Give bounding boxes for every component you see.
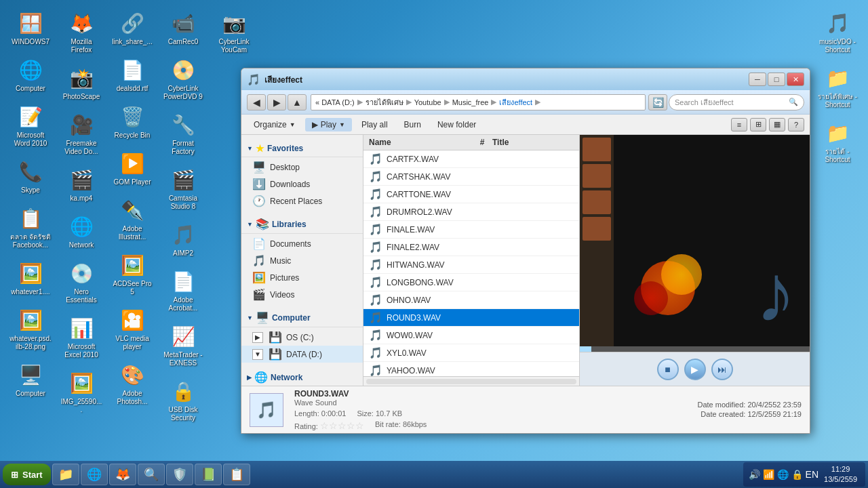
maximize-button[interactable]: □ xyxy=(768,73,785,86)
desktop-icon-microsoft-excel[interactable]: 📊 Microsoft Excel 2010 xyxy=(58,312,105,362)
view-icon-button[interactable]: ▦ xyxy=(769,118,785,131)
desktop-icon-raythai[interactable]: 📁 รายได้พิเศษ - Shortcut xyxy=(814,62,861,112)
desktop-icon-youcam[interactable]: 📷 CyberLink YouCam xyxy=(210,7,258,57)
desktop-icon-adobe-photoshop[interactable]: 🎨 Adobe Photosh... xyxy=(108,359,156,409)
horizontal-scrollbar[interactable] xyxy=(363,376,579,386)
expand-data-d[interactable]: ▼ xyxy=(252,349,263,360)
file-row-finale[interactable]: 🎵 FINALE.WAV xyxy=(363,221,579,239)
expand-os-c[interactable]: ▶ xyxy=(252,332,263,343)
back-button[interactable]: ◀ xyxy=(247,94,266,110)
file-row-cartfx[interactable]: 🎵 CARTFX.WAV xyxy=(363,150,579,168)
taskbar-firefox[interactable]: 🦊 xyxy=(109,464,136,485)
stop-button[interactable]: ■ xyxy=(657,359,679,380)
organize-menu[interactable]: Organize ▼ xyxy=(247,118,302,131)
desktop-icon-google-chrome[interactable]: 🌐 Computer xyxy=(7,54,54,96)
favorites-header[interactable]: ▼ ★ Favorites xyxy=(241,140,363,157)
computer-header[interactable]: ▼ 🖥️ Computer xyxy=(241,308,363,327)
file-row-round3[interactable]: 🎵 ROUND3.WAV xyxy=(363,309,579,327)
address-bar[interactable]: « DATA (D:) ▶ รายได้พิเศษ ▶ Youtube ▶ Mu… xyxy=(311,94,646,110)
desktop-icon-nero[interactable]: 💿 Nero Essentials xyxy=(58,257,105,307)
desktop-icon-adobe-acrobat[interactable]: 📄 Adobe Acrobat... xyxy=(159,265,207,315)
desktop-icon-camtasia[interactable]: 🎬 Camtasia Studio 8 xyxy=(159,163,207,214)
taskbar-task3[interactable]: 📋 xyxy=(223,464,250,485)
panel-item-desktop[interactable]: 🖥️ Desktop xyxy=(241,159,363,176)
up-button[interactable]: ▲ xyxy=(288,94,307,110)
panel-item-recent[interactable]: 🕐 Recent Places xyxy=(241,192,363,209)
taskbar-search[interactable]: 🔍 xyxy=(138,464,165,485)
taskbar-task2[interactable]: 📗 xyxy=(195,464,222,485)
taskbar-task1[interactable]: 🛡️ xyxy=(166,464,193,485)
next-button[interactable]: ⏭ xyxy=(711,359,733,380)
media-progress-bar[interactable] xyxy=(580,346,810,352)
desktop-icon-aimp[interactable]: 🎵 AIMP2 xyxy=(159,218,207,260)
desktop-icon-link-share[interactable]: 🔗 link_share_... xyxy=(108,7,156,49)
play-pause-button[interactable]: ▶ xyxy=(684,359,706,380)
desktop-icon-acdsee[interactable]: 🖼️ ACDSee Pro 5 xyxy=(108,249,156,299)
desktop-icon-ka-mp4[interactable]: 🎬 ka.mp4 xyxy=(58,163,105,205)
libraries-header[interactable]: ▼ 📚 Libraries xyxy=(241,215,363,234)
desktop-icon-vlc[interactable]: 🎦 VLC media player xyxy=(108,304,156,354)
desktop-icon-mozilla[interactable]: 🦊 Mozilla Firefox xyxy=(58,7,105,57)
desktop-icon-adobe-illustrator[interactable]: ✒️ Adobe Illustrat... xyxy=(108,194,156,244)
desktop-icon-format-factory[interactable]: 🔧 Format Factory xyxy=(159,108,207,159)
play-menu[interactable]: ▶ Play ▼ xyxy=(305,118,352,131)
search-bar[interactable]: Search เสียงeffect 🔍 xyxy=(669,94,804,110)
desktop-icon-camrec[interactable]: 📹 CamRec0 xyxy=(159,7,207,49)
start-button[interactable]: ⊞ Start xyxy=(3,464,51,485)
desktop-icon-metatrader[interactable]: 📈 MetaTrader - EXNESS xyxy=(159,320,207,370)
desktop-icon-whatever-psd[interactable]: 🖼️ whatever.psd.ilb-28.png xyxy=(7,304,54,354)
close-button[interactable]: ✕ xyxy=(787,73,804,86)
network-panel-header[interactable]: ▶ 🌐 Network xyxy=(241,368,363,386)
view-toggle-button[interactable]: ⊞ xyxy=(750,118,766,131)
desktop-icon-gom-player[interactable]: ▶️ GOM Player xyxy=(108,147,156,189)
desktop-icon-computer[interactable]: 🖥️ Computer xyxy=(7,359,54,401)
file-row-finale2[interactable]: 🎵 FINALE2.WAV xyxy=(363,239,579,256)
file-row-ohno[interactable]: 🎵 OHNO.WAV xyxy=(363,291,579,309)
panel-item-documents[interactable]: 📄 Documents xyxy=(241,235,363,252)
file-row-xylo[interactable]: 🎵 XYL0.WAV xyxy=(363,344,579,362)
desktop-icon-freemake[interactable]: 🎥 Freemake Video Do... xyxy=(58,108,105,159)
desktop-icon-deals[interactable]: 📄 dealsdd.rtf xyxy=(108,54,156,96)
desktop-icon-thai[interactable]: 📋 ตลาด จัดรัชติ Facebook... xyxy=(7,202,54,252)
desktop-icon-whatever1[interactable]: 🖼️ whatever1.... xyxy=(7,257,54,299)
panel-item-downloads[interactable]: ⬇️ Downloads xyxy=(241,176,363,192)
desktop-icon-raythai2[interactable]: 📁 รายได้ - Shortcut xyxy=(814,117,861,167)
desktop-icon-musicvdo[interactable]: 🎵 musicVDO - Shortcut xyxy=(814,7,861,57)
col-hash-header[interactable]: # xyxy=(472,138,492,147)
panel-item-videos[interactable]: 🎬 Videos xyxy=(241,286,363,303)
desktop-icon-cyberlink[interactable]: 📀 CyberLink PowerDVD 9 xyxy=(159,54,207,104)
file-row-carttone[interactable]: 🎵 CARTTONE.WAV xyxy=(363,186,579,203)
play-all-button[interactable]: Play all xyxy=(355,118,395,131)
file-row-yahoo[interactable]: 🎵 YAHOO.WAV xyxy=(363,362,579,376)
burn-button[interactable]: Burn xyxy=(397,118,428,131)
panel-item-pictures[interactable]: 🖼️ Pictures xyxy=(241,269,363,286)
bc-folder2: Youtube xyxy=(414,98,441,106)
taskbar-chrome[interactable]: 🌐 xyxy=(81,464,108,485)
taskbar-explorer[interactable]: 📁 xyxy=(52,464,79,485)
new-folder-button[interactable]: New folder xyxy=(431,118,483,131)
file-row-drumrol2[interactable]: 🎵 DRUMROL2.WAV xyxy=(363,203,579,221)
file-row-cartshak[interactable]: 🎵 CARTSHAK.WAV xyxy=(363,168,579,186)
desktop-icon-skype[interactable]: 📞 Skype xyxy=(7,155,54,197)
col-title-header[interactable]: Title xyxy=(492,138,574,147)
forward-button[interactable]: ▶ xyxy=(267,94,286,110)
panel-item-music[interactable]: 🎵 Music xyxy=(241,252,363,269)
file-row-longbong[interactable]: 🎵 LONGBONG.WAV xyxy=(363,274,579,291)
desktop-icon-network[interactable]: 🌐 Network xyxy=(58,210,105,252)
desktop-icon-recycle-bin[interactable]: 🗑️ Recycle Bin xyxy=(108,100,156,142)
desktop-icon-img[interactable]: 🖼️ IMG_25590.... xyxy=(58,367,105,417)
refresh-button[interactable]: 🔄 xyxy=(648,94,667,110)
file-row-wow0[interactable]: 🎵 WOW0.WAV xyxy=(363,327,579,344)
desktop-icon-photoscape[interactable]: 📸 PhotoScape xyxy=(58,62,105,104)
panel-item-os-c[interactable]: ▶ 💾 OS (C:) xyxy=(241,329,363,346)
help-button[interactable]: ? xyxy=(788,118,804,131)
desktop-icon-usb-disk[interactable]: 🔒 USB Disk Security xyxy=(159,375,207,425)
minimize-button[interactable]: ─ xyxy=(749,73,766,86)
desktop-icon-microsoft-word[interactable]: 📝 Microsoft Word 2010 xyxy=(7,100,54,150)
col-name-header[interactable]: Name xyxy=(369,138,472,147)
bc-current: เสียงeffect xyxy=(499,96,532,108)
desktop-icon-windows7[interactable]: 🪟 WINDOWS7 xyxy=(7,7,54,49)
view-details-button[interactable]: ≡ xyxy=(731,118,747,131)
panel-item-data-d[interactable]: ▼ 💾 DATA (D:) xyxy=(241,346,363,363)
file-row-hitwang[interactable]: 🎵 HITWANG.WAV xyxy=(363,256,579,274)
